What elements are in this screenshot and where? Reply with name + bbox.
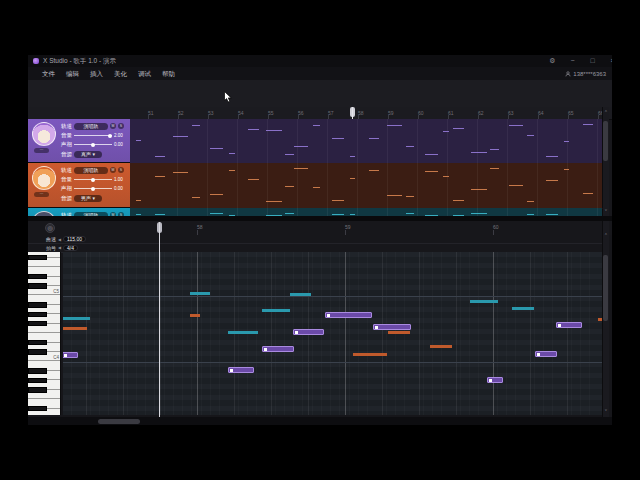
note-vocal[interactable] xyxy=(373,324,411,330)
menu-item-5[interactable]: 调试 xyxy=(138,70,151,79)
piano-key-black[interactable] xyxy=(28,406,47,412)
source-dropdown[interactable]: 真声 ▾ xyxy=(74,151,102,158)
piano-key-black[interactable] xyxy=(28,349,47,355)
note-ghost-teal[interactable] xyxy=(470,300,498,303)
note-ghost-teal[interactable] xyxy=(63,317,90,320)
piano-key-black[interactable] xyxy=(28,274,47,280)
track-lane-2[interactable] xyxy=(130,163,602,209)
track-collapse-button[interactable]: ⋯ xyxy=(34,192,49,197)
user-account[interactable]: 138****6363 xyxy=(565,69,606,78)
pitch-trace xyxy=(425,154,438,155)
volume-row: 音量2.00 xyxy=(61,132,129,140)
piano-key-black[interactable] xyxy=(28,378,47,384)
note-ghost-teal[interactable] xyxy=(190,292,210,295)
track-name-dropdown[interactable]: 演唱轨 xyxy=(74,123,108,130)
track-avatar[interactable] xyxy=(32,122,56,146)
pan-slider[interactable] xyxy=(74,188,112,189)
volume-slider[interactable] xyxy=(74,179,112,180)
pitch-trace xyxy=(369,170,379,171)
collapse-left-icon[interactable]: ◀ xyxy=(58,245,61,250)
note-vocal[interactable] xyxy=(63,352,78,358)
solo-button[interactable]: S xyxy=(118,123,124,129)
note-ghost-orange[interactable] xyxy=(353,353,387,356)
tempo-value-pill[interactable]: 115.00 xyxy=(63,236,86,242)
volume-thumb[interactable] xyxy=(91,178,95,182)
pan-thumb[interactable] xyxy=(91,143,95,147)
horizontal-scroll-thumb[interactable] xyxy=(98,419,140,424)
mute-button[interactable]: M xyxy=(110,167,116,173)
note-ghost-teal[interactable] xyxy=(512,307,534,310)
pitch-trace xyxy=(583,124,593,125)
note-ghost-orange[interactable] xyxy=(190,314,200,317)
pan-slider[interactable] xyxy=(74,144,112,145)
note-ghost-orange[interactable] xyxy=(388,331,410,334)
source-dropdown[interactable]: 男声 ▾ xyxy=(74,195,102,202)
note-vocal[interactable] xyxy=(556,322,582,328)
track-name-dropdown[interactable]: 演唱轨 xyxy=(74,167,108,174)
note-ghost-orange[interactable] xyxy=(63,327,87,330)
beat-line xyxy=(271,252,272,415)
close-button[interactable]: × xyxy=(608,57,612,65)
pitch-trace xyxy=(136,214,141,215)
scroll-up-icon[interactable]: ˄ xyxy=(603,231,609,236)
menu-item-2[interactable]: 编辑 xyxy=(66,70,79,79)
piano-roll-tool-button[interactable]: ◎ xyxy=(45,223,55,233)
note-vocal[interactable] xyxy=(228,367,254,373)
track-row-label: 轨道 xyxy=(61,167,72,174)
note-ghost-teal[interactable] xyxy=(290,293,311,296)
note-vocal[interactable] xyxy=(487,377,503,383)
solo-button[interactable]: S xyxy=(118,167,124,173)
menu-item-3[interactable]: 插入 xyxy=(90,70,103,79)
piano-keyboard[interactable]: C5C4 xyxy=(28,252,61,415)
pan-thumb[interactable] xyxy=(91,187,95,191)
beat-value-pill[interactable]: 4/4 xyxy=(63,245,78,251)
menu-item-6[interactable]: 帮助 xyxy=(162,70,175,79)
note-vocal[interactable] xyxy=(293,329,324,335)
note-ghost-orange[interactable] xyxy=(430,345,452,348)
note-ghost-teal[interactable] xyxy=(228,331,258,334)
pitch-trace xyxy=(173,172,188,173)
collapse-left-icon[interactable]: ◀ xyxy=(58,237,61,242)
arrange-vscroll-thumb[interactable] xyxy=(603,121,608,161)
volume-thumb[interactable] xyxy=(108,134,112,138)
piano-key-black[interactable] xyxy=(28,302,47,308)
menu-item-1[interactable]: 文件 xyxy=(42,70,55,79)
menu-item-4[interactable]: 美化 xyxy=(114,70,127,79)
note-vocal[interactable] xyxy=(535,351,557,357)
track-lane-1[interactable] xyxy=(130,119,602,164)
piano-key-black[interactable] xyxy=(28,255,47,261)
pitch-trace xyxy=(471,213,487,214)
minimize-button[interactable]: − xyxy=(568,57,577,65)
key-label: C5 xyxy=(53,289,59,294)
piano-key-black[interactable] xyxy=(28,283,47,289)
piano-key-black[interactable] xyxy=(28,387,47,393)
mute-button[interactable]: M xyxy=(110,123,116,129)
app-window: X Studio - 歌手 1.0 - 演示 ⚙−□× 138****6363 … xyxy=(28,55,612,425)
app-icon xyxy=(33,58,39,64)
note-vocal[interactable] xyxy=(262,346,294,352)
pitch-trace xyxy=(136,200,141,201)
piano-key-black[interactable] xyxy=(28,340,47,346)
track-lane-3[interactable] xyxy=(130,208,602,216)
pitch-trace xyxy=(471,189,487,190)
bar-line xyxy=(493,252,494,415)
scroll-up-icon[interactable]: ˄ xyxy=(603,108,609,113)
scroll-down-icon[interactable]: ˅ xyxy=(603,407,609,412)
note-vocal[interactable] xyxy=(325,312,372,318)
scroll-down-icon[interactable]: ˅ xyxy=(603,207,609,212)
volume-row: 音量1.00 xyxy=(61,176,129,184)
track-avatar[interactable] xyxy=(32,166,56,190)
piano-key-black[interactable] xyxy=(28,312,47,318)
volume-slider[interactable] xyxy=(74,135,112,136)
track-collapse-button[interactable]: ⋯ xyxy=(34,148,49,153)
piano-key-black[interactable] xyxy=(28,368,47,374)
maximize-button[interactable]: □ xyxy=(588,57,597,65)
piano-roll-vscroll-thumb[interactable] xyxy=(603,255,608,321)
pitch-trace xyxy=(406,146,414,147)
note-ghost-teal[interactable] xyxy=(262,309,290,312)
pitch-trace xyxy=(294,146,308,147)
note-grid[interactable] xyxy=(63,252,602,415)
pitch-trace xyxy=(546,156,558,157)
piano-key-black[interactable] xyxy=(28,321,47,327)
settings-button[interactable]: ⚙ xyxy=(548,57,557,65)
